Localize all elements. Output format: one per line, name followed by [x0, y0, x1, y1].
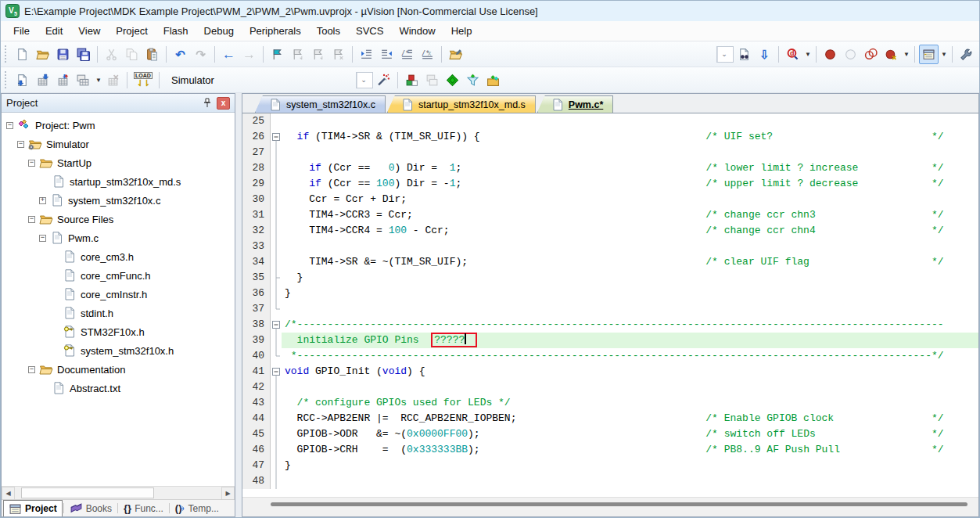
tree-collapse-icon[interactable]: −: [17, 141, 24, 148]
menu-edit[interactable]: Edit: [38, 23, 70, 39]
menu-window[interactable]: Window: [391, 23, 443, 39]
editor-tab-startup-stm32f10x-md-s[interactable]: startup_stm32f10x_md.s: [387, 95, 536, 113]
cut-button[interactable]: [102, 45, 121, 64]
tree-item-stm32f10x-h[interactable]: STM32F10x.h: [2, 322, 235, 341]
editor-horizontal-scrollbar[interactable]: [242, 497, 978, 510]
menu-file[interactable]: File: [5, 23, 38, 39]
kill-all-breakpoints-button[interactable]: [881, 45, 901, 64]
panel-splitter[interactable]: [235, 93, 242, 517]
tree-item-abstract-txt[interactable]: Abstract.txt: [2, 379, 235, 397]
stop-build-button[interactable]: [103, 70, 123, 90]
tree-item-core-cm3-h[interactable]: core_cm3.h: [2, 247, 235, 266]
manage-rte-button[interactable]: [443, 70, 462, 90]
project-horizontal-scrollbar[interactable]: ◀ ▶: [2, 486, 235, 499]
pack-installer-button[interactable]: [483, 70, 503, 90]
tree-item-project-pwm[interactable]: −Project: Pwm: [2, 116, 235, 135]
comment-selection-button[interactable]: /*: [397, 45, 417, 64]
tree-item-system-stm32f10x-c[interactable]: +system_stm32f10x.c: [2, 191, 235, 210]
dropdown-caret-icon[interactable]: ▼: [804, 51, 812, 58]
menu-help[interactable]: Help: [443, 23, 480, 39]
panel-tab-books[interactable]: Books: [65, 500, 117, 516]
tree-collapse-icon[interactable]: −: [28, 366, 35, 373]
target-select-value[interactable]: Simulator: [163, 74, 355, 86]
menu-flash[interactable]: Flash: [156, 23, 196, 39]
dropdown-caret-icon[interactable]: ▼: [95, 77, 102, 84]
panel-tab-project[interactable]: Project: [3, 500, 63, 516]
quick-find-button[interactable]: d: [783, 45, 802, 64]
download-button[interactable]: LOAD⇃⇂: [131, 70, 155, 91]
indent-button[interactable]: [357, 45, 376, 64]
clear-bookmarks-button[interactable]: [328, 45, 348, 64]
configuration-button[interactable]: [957, 45, 976, 64]
paste-button[interactable]: [142, 45, 162, 64]
open-file-button[interactable]: [33, 45, 52, 64]
pin-icon[interactable]: [200, 97, 214, 110]
options-for-target-button[interactable]: [374, 70, 393, 90]
tree-item-pwm-c[interactable]: −Pwm.c: [2, 228, 235, 247]
scroll-left-icon[interactable]: ◀: [2, 487, 15, 500]
menu-view[interactable]: View: [70, 23, 108, 39]
tree-item-system-stm32f10x-h[interactable]: system_stm32f10x.h: [2, 341, 235, 360]
dropdown-caret-icon[interactable]: ▼: [903, 51, 910, 58]
find-combo[interactable]: ⌄: [716, 46, 734, 63]
toolbar-grip[interactable]: [5, 45, 9, 63]
file-extensions-button[interactable]: [422, 70, 442, 90]
rebuild-all-button[interactable]: [53, 70, 73, 90]
tree-item-startup-stm32f10x-md-s[interactable]: startup_stm32f10x_md.s: [2, 172, 235, 191]
select-software-packs-button[interactable]: [463, 70, 483, 90]
enable-disable-breakpoint-button[interactable]: [841, 45, 860, 64]
tree-item-stdint-h[interactable]: stdint.h: [2, 304, 235, 322]
disable-all-breakpoints-button[interactable]: [861, 45, 881, 64]
undo-button[interactable]: ↶: [171, 45, 190, 64]
target-combo[interactable]: ⌄: [356, 72, 373, 88]
next-bookmark-button[interactable]: [308, 45, 328, 64]
find-next-button[interactable]: ⇩: [755, 45, 774, 64]
menu-peripherals[interactable]: Peripherals: [242, 23, 309, 39]
tree-expand-icon[interactable]: +: [39, 197, 46, 204]
editor-tab-pwm-c-[interactable]: Pwm.c*: [537, 95, 613, 113]
search-document-button[interactable]: [734, 45, 754, 64]
uncomment-selection-button[interactable]: /*x: [418, 45, 437, 64]
scroll-track[interactable]: [15, 487, 221, 499]
editor-tab-system-stm32f10x-c[interactable]: system_stm32f10x.c: [255, 95, 386, 113]
outdent-button[interactable]: [377, 45, 397, 64]
editor-scroll-thumb[interactable]: [271, 502, 967, 506]
previous-bookmark-button[interactable]: [288, 45, 307, 64]
manage-project-items-button[interactable]: [402, 70, 422, 90]
tree-collapse-icon[interactable]: −: [28, 160, 35, 167]
menu-project[interactable]: Project: [108, 23, 155, 39]
tree-item-startup[interactable]: −StartUp: [2, 153, 235, 172]
menu-svcs[interactable]: SVCS: [348, 23, 391, 39]
menu-debug[interactable]: Debug: [196, 23, 242, 39]
fold-collapse-icon[interactable]: [271, 364, 282, 380]
tree-item-source-files[interactable]: −Source Files: [2, 210, 235, 228]
panel-tab-func[interactable]: {}Func...: [119, 500, 168, 516]
copy-button[interactable]: [122, 45, 142, 64]
navigate-forward-button[interactable]: →: [239, 45, 259, 64]
tree-item-documentation[interactable]: −Documentation: [2, 360, 235, 379]
translate-file-button[interactable]: [13, 70, 32, 90]
scroll-right-icon[interactable]: ▶: [221, 487, 235, 500]
navigate-back-button[interactable]: ←: [219, 45, 239, 64]
tree-collapse-icon[interactable]: −: [39, 235, 46, 242]
menu-tools[interactable]: Tools: [309, 23, 348, 39]
code-editor[interactable]: 2526 if (TIM4->SR & (TIM_SR_UIF)) { /* U…: [242, 113, 978, 497]
tree-item-core-cminstr-h[interactable]: core_cmInstr.h: [2, 285, 235, 304]
save-all-button[interactable]: [74, 45, 93, 64]
new-file-button[interactable]: [13, 45, 32, 64]
batch-build-button[interactable]: [74, 70, 93, 90]
insert-bookmark-button[interactable]: [267, 45, 287, 64]
scroll-thumb[interactable]: [21, 487, 154, 498]
tree-collapse-icon[interactable]: −: [28, 216, 35, 223]
tree-item-core-cmfunc-h[interactable]: core_cmFunc.h: [2, 266, 235, 285]
save-button[interactable]: [53, 45, 73, 64]
dropdown-caret-icon[interactable]: ▼: [940, 51, 948, 58]
tree-item-simulator[interactable]: −Simulator: [2, 135, 235, 153]
redo-button[interactable]: ↷: [191, 45, 210, 64]
build-button[interactable]: [33, 70, 52, 90]
insert-breakpoint-button[interactable]: [820, 45, 840, 64]
tree-collapse-icon[interactable]: −: [6, 122, 13, 129]
fold-collapse-icon[interactable]: [271, 317, 282, 333]
find-in-files-button[interactable]: [446, 45, 465, 64]
panel-tab-temp[interactable]: ()Temp...: [171, 500, 224, 516]
